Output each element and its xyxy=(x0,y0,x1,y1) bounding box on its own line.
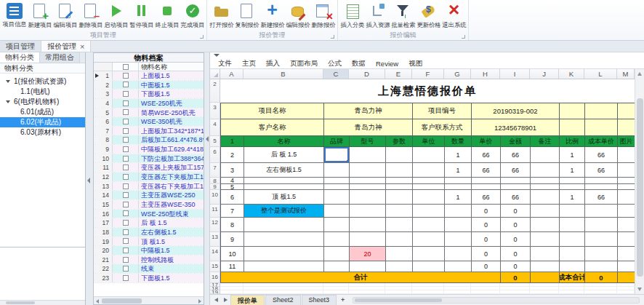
cell[interactable]: 客户名称 xyxy=(221,119,324,136)
cell[interactable] xyxy=(585,119,618,136)
row-header[interactable]: 15 xyxy=(210,261,220,272)
cell[interactable] xyxy=(560,119,585,136)
cell[interactable] xyxy=(618,272,635,283)
cell[interactable] xyxy=(386,184,413,190)
cell[interactable]: 数量 xyxy=(445,136,472,147)
project-info-button[interactable]: 项目信息 xyxy=(1,1,27,30)
checkbox[interactable] xyxy=(123,247,129,253)
table-row[interactable]: 14主变压器WSE-250 xyxy=(94,191,204,200)
checkbox-cell[interactable] xyxy=(113,173,139,181)
cell[interactable] xyxy=(445,205,472,218)
right-splitter[interactable] xyxy=(204,52,209,305)
delete-quote-button[interactable]: 删除报价 xyxy=(310,1,336,31)
cell[interactable] xyxy=(445,184,472,190)
checkbox[interactable] xyxy=(123,109,129,115)
row-header[interactable]: 5 xyxy=(210,136,220,147)
column-header[interactable]: E xyxy=(385,69,412,79)
collapse-splitter-icon[interactable] xyxy=(87,178,90,183)
cell[interactable] xyxy=(585,184,618,190)
column-header[interactable]: M xyxy=(617,69,635,79)
cell[interactable]: 青岛力神 xyxy=(324,119,413,136)
tree-item[interactable]: 6.01(成品) xyxy=(0,107,85,117)
cell[interactable]: 0 xyxy=(472,232,501,247)
cell[interactable] xyxy=(244,247,324,261)
cell[interactable] xyxy=(560,205,585,218)
cell[interactable] xyxy=(585,247,618,261)
cell[interactable] xyxy=(585,205,618,218)
cell[interactable]: 1 xyxy=(560,163,585,178)
exit-system-button[interactable]: 退出系统 xyxy=(441,1,467,31)
row-header[interactable]: 11 xyxy=(210,205,220,218)
checkbox[interactable] xyxy=(123,238,129,244)
cell[interactable] xyxy=(413,184,445,190)
cell[interactable] xyxy=(618,205,635,218)
cell[interactable] xyxy=(445,218,472,232)
cell[interactable] xyxy=(324,232,350,247)
cell[interactable] xyxy=(244,178,324,184)
cell[interactable] xyxy=(413,218,445,232)
cell[interactable]: 66 xyxy=(501,190,531,205)
sheet-tab[interactable]: Sheet2 xyxy=(265,295,301,305)
checkbox[interactable] xyxy=(123,165,129,170)
cell[interactable] xyxy=(560,232,585,247)
cell[interactable] xyxy=(618,103,635,119)
cell[interactable]: 10 xyxy=(221,247,244,261)
cell[interactable] xyxy=(244,232,324,247)
cell[interactable] xyxy=(501,184,531,190)
checkbox[interactable] xyxy=(123,119,129,124)
copy-quote-button[interactable]: 复制报价 xyxy=(234,1,259,31)
table-row[interactable]: 18左右侧板1.5 xyxy=(94,228,204,237)
scroll-up-icon[interactable] xyxy=(637,72,642,76)
checkbox-cell[interactable] xyxy=(113,127,139,135)
cell[interactable] xyxy=(413,232,445,247)
material-name-link[interactable]: 线束 xyxy=(139,264,204,273)
cell[interactable]: 参数 xyxy=(386,136,413,147)
material-name-link[interactable]: 主变压器WSE-350 xyxy=(139,200,204,209)
cell[interactable]: 名称 xyxy=(244,136,324,147)
table-row[interactable]: 19顶 板1.5 xyxy=(94,237,204,247)
cell[interactable]: 3 xyxy=(221,163,244,178)
column-header[interactable]: A xyxy=(220,69,243,79)
column-header[interactable]: C xyxy=(323,69,349,79)
material-name-link[interactable]: WSE-250机壳 xyxy=(139,99,204,108)
table-row[interactable]: 13变压器右下夹板加工145* xyxy=(94,182,204,191)
checkbox-cell[interactable] xyxy=(113,256,139,264)
scrollbar-thumb[interactable] xyxy=(6,301,35,304)
cell[interactable]: 20190319-002 xyxy=(472,103,560,119)
cell[interactable] xyxy=(531,147,560,163)
start-project-button[interactable]: 启动项目 xyxy=(103,1,129,31)
material-name-link[interactable]: 下防尘板加工388*364.8* xyxy=(139,154,204,163)
cell[interactable] xyxy=(350,261,386,272)
tree-item[interactable]: 1(报价测试资源) xyxy=(0,76,85,87)
horizontal-scrollbar[interactable] xyxy=(353,297,640,304)
cell[interactable] xyxy=(560,178,585,184)
insert-resource-button[interactable]: 插入资源 xyxy=(365,1,390,31)
material-name-link[interactable]: 变压器上夹板加工157*22 xyxy=(139,163,204,172)
cell[interactable] xyxy=(350,163,386,178)
material-name-link[interactable]: 中隔板1.5 xyxy=(139,246,204,255)
cell[interactable] xyxy=(413,147,445,163)
table-row[interactable]: 12变压器左下夹板加工172* xyxy=(94,173,204,182)
cell[interactable]: 1 xyxy=(560,147,585,163)
row-header[interactable]: 7 xyxy=(210,163,220,178)
cell[interactable]: 0 xyxy=(501,232,531,247)
cell[interactable]: 0 xyxy=(501,247,531,261)
column-header[interactable]: D xyxy=(349,69,385,79)
material-name-link[interactable]: 主变压器WSE-250 xyxy=(139,191,204,199)
cell[interactable]: 0 xyxy=(472,218,501,232)
row-header[interactable]: 14 xyxy=(210,247,220,261)
material-name-link[interactable]: 顶 板1.5 xyxy=(139,237,204,246)
cell[interactable]: 1 xyxy=(445,190,472,205)
checkbox[interactable] xyxy=(123,146,129,152)
dialog-launcher-icon[interactable] xyxy=(462,35,465,39)
cell[interactable] xyxy=(445,247,472,261)
tab-common-combos[interactable]: 常用组合 xyxy=(40,52,80,63)
sheet-menu-item[interactable]: 文件 xyxy=(213,59,237,68)
complete-project-button[interactable]: 完成项目 xyxy=(180,1,205,31)
cell[interactable] xyxy=(350,147,386,163)
table-row[interactable]: 9中隔板加工629.4*418.8* xyxy=(94,145,204,154)
collapse-arrow-icon[interactable] xyxy=(6,80,10,83)
cell[interactable] xyxy=(324,205,350,218)
table-row[interactable]: 22线束 xyxy=(94,264,204,274)
column-header[interactable]: J xyxy=(530,69,559,79)
